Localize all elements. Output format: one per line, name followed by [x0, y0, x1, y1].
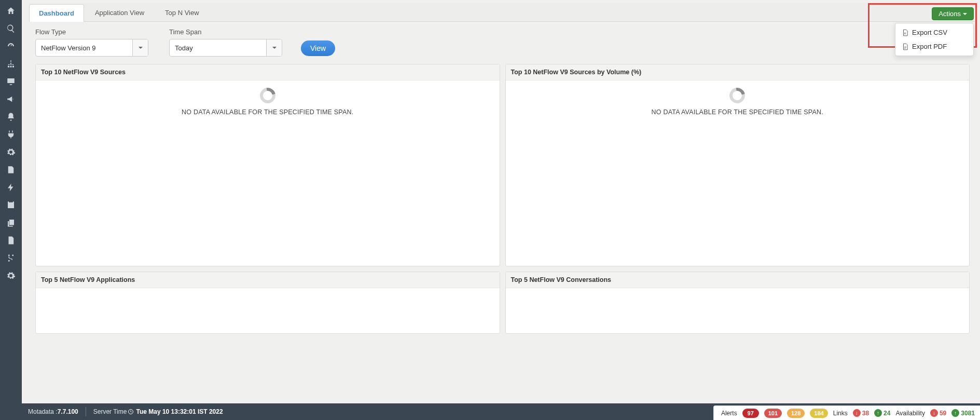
panel-body — [36, 288, 500, 333]
nav-reports[interactable] — [0, 161, 22, 179]
alerts-label: Alerts — [721, 410, 737, 417]
menu-export-pdf[interactable]: Export PDF — [895, 39, 973, 53]
up-icon: ↑ — [874, 409, 882, 417]
nav-dashboard[interactable] — [0, 37, 22, 55]
tab-application-view[interactable]: Application View — [85, 4, 154, 21]
nav-home[interactable] — [0, 2, 22, 20]
actions-wrap: Actions Export CSV Export PDF — [932, 7, 974, 20]
menu-label: Export PDF — [912, 43, 947, 50]
tab-top-n-view[interactable]: Top N View — [155, 4, 209, 21]
gears-icon — [6, 147, 16, 157]
chevron-down-icon — [266, 39, 282, 56]
menu-export-csv[interactable]: Export CSV — [895, 25, 973, 39]
spinner-icon — [726, 85, 748, 106]
panel-applications: Top 5 NetFlow V9 Applications — [35, 272, 500, 334]
nav-flow[interactable] — [0, 249, 22, 267]
home-icon — [6, 6, 16, 16]
server-time-label: Server Time — [93, 408, 127, 415]
filter-time-span: Time Span Today — [169, 28, 282, 57]
nav-calendar[interactable] — [0, 196, 22, 214]
alert-count-warning[interactable]: 128 — [787, 409, 805, 418]
links-label: Links — [833, 410, 848, 417]
settings-icon — [6, 271, 16, 280]
file-icon — [6, 236, 16, 245]
search-icon — [6, 24, 16, 33]
down-icon: ↓ — [930, 409, 938, 417]
tab-label: Dashboard — [39, 9, 74, 17]
availability-down[interactable]: ↓59 — [930, 409, 946, 417]
nav-announce[interactable] — [0, 90, 22, 108]
calendar-icon — [6, 200, 16, 210]
tabs-bar: Dashboard Application View Top N View — [29, 3, 975, 22]
links-down[interactable]: ↓38 — [853, 409, 869, 417]
links-up-value: 24 — [884, 410, 890, 417]
tab-label: Application View — [95, 9, 144, 17]
panel-title: Top 10 NetFlow V9 Sources by Volume (%) — [506, 64, 970, 80]
nav-alerts[interactable] — [0, 108, 22, 126]
availability-label: Availability — [895, 410, 924, 417]
report-icon — [6, 165, 16, 174]
nav-settings[interactable] — [0, 267, 22, 284]
bullhorn-icon — [6, 94, 16, 104]
panels-grid: Top 10 NetFlow V9 Sources NO DATA AVAILA… — [22, 64, 980, 339]
nodata-text: NO DATA AVAILABLE FOR THE SPECIFIED TIME… — [652, 109, 823, 116]
product-label: Motadata : — [28, 408, 58, 415]
plug-icon — [6, 130, 16, 139]
caret-down-icon — [963, 13, 967, 15]
view-label: View — [310, 44, 326, 52]
panel-conversations: Top 5 NetFlow V9 Conversations — [505, 272, 970, 334]
main-area: Actions Export CSV Export PDF Dashboard … — [22, 0, 980, 403]
branch-icon — [6, 253, 16, 263]
flow-type-value: NetFlow Version 9 — [36, 39, 132, 56]
nav-plugins[interactable] — [0, 126, 22, 143]
sitemap-icon — [6, 59, 16, 69]
nodata-text: NO DATA AVAILABLE FOR THE SPECIFIED TIME… — [182, 109, 353, 116]
actions-button[interactable]: Actions — [932, 7, 974, 20]
alert-count-minor[interactable]: 184 — [810, 409, 827, 418]
alert-count-critical[interactable]: 97 — [742, 409, 759, 418]
nav-sitemap[interactable] — [0, 55, 22, 73]
time-span-value: Today — [170, 39, 266, 56]
nav-bolt[interactable] — [0, 179, 22, 196]
flow-type-label: Flow Type — [35, 28, 148, 36]
file-csv-icon — [902, 29, 909, 36]
sidebar — [0, 0, 22, 420]
chevron-down-icon — [132, 39, 148, 56]
panel-body — [506, 288, 970, 333]
time-span-select[interactable]: Today — [169, 39, 282, 57]
footer-bar: Motadata : 7.7.100 Server Time Tue May 1… — [22, 403, 980, 420]
availability-up[interactable]: ↑3081 — [951, 409, 975, 417]
links-up[interactable]: ↑24 — [874, 409, 890, 417]
menu-label: Export CSV — [912, 29, 947, 36]
nav-search[interactable] — [0, 20, 22, 37]
nav-file[interactable] — [0, 232, 22, 249]
server-time-value: Tue May 10 13:32:01 IST 2022 — [136, 408, 223, 415]
down-icon: ↓ — [853, 409, 861, 417]
filters-row: Flow Type NetFlow Version 9 Time Span To… — [22, 22, 980, 64]
availability-up-value: 3081 — [961, 410, 975, 417]
nav-gears[interactable] — [0, 143, 22, 161]
clock-icon — [128, 409, 134, 415]
dashboard-icon — [6, 42, 16, 51]
view-button[interactable]: View — [301, 40, 335, 56]
panel-title: Top 10 NetFlow V9 Sources — [36, 64, 500, 80]
panel-title: Top 5 NetFlow V9 Conversations — [506, 272, 970, 288]
tab-label: Top N View — [165, 9, 199, 17]
nav-monitor[interactable] — [0, 73, 22, 90]
panel-sources-volume: Top 10 NetFlow V9 Sources by Volume (%) … — [505, 64, 970, 266]
tab-dashboard[interactable]: Dashboard — [29, 4, 84, 22]
actions-label: Actions — [938, 10, 961, 18]
links-down-value: 38 — [862, 410, 869, 417]
copy-icon — [6, 218, 16, 227]
nav-copy[interactable] — [0, 214, 22, 232]
file-pdf-icon — [902, 43, 909, 50]
alert-count-major[interactable]: 101 — [764, 409, 782, 418]
product-version: 7.7.100 — [58, 408, 78, 415]
panel-body: NO DATA AVAILABLE FOR THE SPECIFIED TIME… — [36, 80, 500, 266]
time-span-label: Time Span — [169, 28, 282, 36]
panel-title: Top 5 NetFlow V9 Applications — [36, 272, 500, 288]
flow-type-select[interactable]: NetFlow Version 9 — [35, 39, 148, 57]
filter-flow-type: Flow Type NetFlow Version 9 — [35, 28, 148, 57]
monitor-icon — [6, 77, 16, 86]
bolt-icon — [6, 183, 16, 192]
